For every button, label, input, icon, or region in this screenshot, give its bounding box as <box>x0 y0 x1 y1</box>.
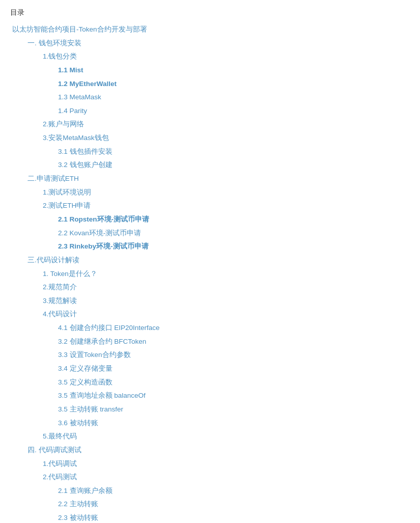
toc-item[interactable]: 1.1 Mist <box>58 63 410 77</box>
toc-item[interactable]: 1.2 MyEtherWallet <box>58 77 410 91</box>
toc-item[interactable]: 2.3 被动转账 <box>58 511 410 523</box>
toc-item[interactable]: 2.2 Kovan环境-测试币申请 <box>58 226 410 240</box>
toc-item[interactable]: 3.6 被动转账 <box>58 416 410 430</box>
toc-item[interactable]: 三.代码设计解读 <box>27 253 410 267</box>
toc-item[interactable]: 3.5 查询地址余额 balanceOf <box>58 389 410 402</box>
toc-item[interactable]: 4.1 创建合约接口 EIP20Interface <box>58 321 410 335</box>
toc-item[interactable]: 3.4 定义存储变量 <box>58 362 410 375</box>
toc-item[interactable]: 3.3 设置Token合约参数 <box>58 348 410 362</box>
toc-item[interactable]: 2.代码测试 <box>43 470 410 484</box>
toc-item[interactable]: 3.2 钱包账户创建 <box>58 158 410 172</box>
toc-item[interactable]: 2.1 Ropsten环境-测试币申请 <box>58 212 410 226</box>
toc-item[interactable]: 1.代码调试 <box>43 457 410 471</box>
toc-item[interactable]: 以太坊智能合约项目-Token合约开发与部署 <box>12 22 410 36</box>
toc-item[interactable]: 2.测试ETH申请 <box>43 199 410 212</box>
toc-container: 以太坊智能合约项目-Token合约开发与部署一. 钱包环境安装1.钱包分类1.1… <box>10 22 410 523</box>
toc-item[interactable]: 3.1 钱包插件安装 <box>58 145 410 158</box>
toc-item[interactable]: 3.规范解读 <box>43 294 410 308</box>
toc-item[interactable]: 2.2 主动转账 <box>58 497 410 511</box>
toc-item[interactable]: 一. 钱包环境安装 <box>27 36 410 50</box>
toc-item[interactable]: 四. 代码调试测试 <box>27 443 410 457</box>
toc-item[interactable]: 3.5 定义构造函数 <box>58 375 410 389</box>
toc-item[interactable]: 3.5 主动转账 transfer <box>58 402 410 416</box>
toc-item[interactable]: 1.测试环境说明 <box>43 185 410 199</box>
toc-item[interactable]: 2.规范简介 <box>43 280 410 294</box>
toc-item[interactable]: 2.1 查询账户余额 <box>58 484 410 498</box>
toc-title: 目录 <box>10 8 410 17</box>
toc-item[interactable]: 3.安装MetaMask钱包 <box>43 131 410 145</box>
toc-item[interactable]: 3.2 创建继承合约 BFCToken <box>58 335 410 348</box>
toc-item[interactable]: 4.代码设计 <box>43 307 410 321</box>
toc-item[interactable]: 二.申请测试ETH <box>27 172 410 185</box>
toc-item[interactable]: 1.3 MetaMask <box>58 90 410 104</box>
toc-item[interactable]: 1. Token是什么？ <box>43 267 410 281</box>
toc-item[interactable]: 1.钱包分类 <box>43 49 410 63</box>
toc-item[interactable]: 2.3 Rinkeby环境-测试币申请 <box>58 239 410 253</box>
toc-item[interactable]: 5.最终代码 <box>43 429 410 443</box>
toc-item[interactable]: 1.4 Parity <box>58 104 410 118</box>
toc-item[interactable]: 2.账户与网络 <box>43 117 410 131</box>
